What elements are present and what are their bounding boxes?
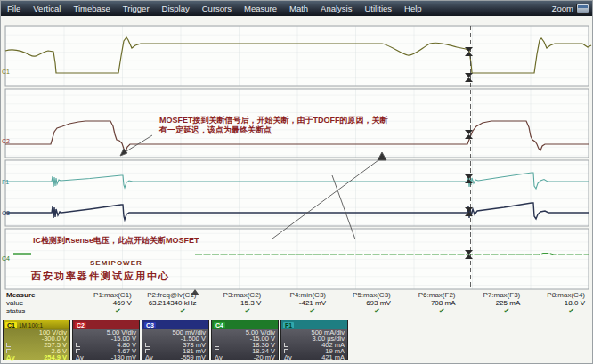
channel-box-c4[interactable]: C4 5.00 V/div -15.00 V 18.36 V 18.34 V Δ… — [211, 320, 279, 360]
measure-label: P5:max(C3) — [335, 291, 400, 299]
measure-value: 15.3 V — [206, 299, 271, 307]
measure-label: P7:max(F3) — [465, 291, 530, 299]
measure-value-label: value — [6, 299, 76, 307]
measure-value: 693 mV — [335, 299, 400, 307]
measure-value: 63.214340 kHz — [141, 299, 206, 307]
channel-label-c4: C4 — [2, 255, 10, 262]
measure-value: -421 mV — [270, 299, 335, 307]
measure-status-icon: ✔ — [206, 307, 271, 315]
measure-status-label: status — [6, 307, 76, 315]
measure-col-p4[interactable]: P4:min(C3) -421 mV ✔ — [270, 291, 335, 319]
measure-value: 225 mA — [465, 299, 530, 307]
measure-col-p7[interactable]: P7:max(F3) 225 mA ✔ — [465, 291, 530, 319]
channel-label-f1: F1 — [2, 179, 9, 185]
measure-status-icon: ✔ — [76, 307, 141, 315]
measure-col-p6[interactable]: P6:max(F2) 708 mA ✔ — [400, 291, 465, 319]
channel-descriptors: C1 1M 100:1 100 V/div -300.0 V 257.5 V 2… — [3, 320, 348, 360]
channel-label-c1: C1 — [2, 69, 10, 75]
channel-badge: C1 — [5, 322, 17, 328]
measure-label: P8:max(C4) — [529, 291, 593, 299]
measure-status-icon: ✔ — [270, 307, 335, 315]
delta-label: Δy — [145, 354, 153, 360]
measure-value: 18.0 V — [529, 299, 593, 307]
measure-label: P2:freq@lv(C1) — [141, 291, 206, 299]
channel-label-c3: C3 — [2, 210, 10, 216]
measure-title: Measure — [6, 291, 76, 299]
channel-box-c2[interactable]: C2 5.00 V/div -15.00 V 4.80 V 4.67 V Δy-… — [72, 320, 140, 360]
measure-row-labels: Measure value status — [1, 291, 76, 319]
measure-col-p1[interactable]: P1:max(C1) 469 V ✔ — [76, 291, 141, 319]
channel-coupling-note: 1M 100:1 — [19, 322, 43, 328]
annotation-line-1: MOSFET接到关断信号后，开始关断，由于TDOFF的原因，关断 — [159, 116, 388, 125]
cursor1-icon — [6, 343, 11, 347]
measure-status-icon: ✔ — [529, 307, 593, 315]
measure-status-icon: ✔ — [465, 307, 530, 315]
measure-col-p8[interactable]: P8:max(C4) 18.0 V ✔ — [529, 291, 593, 319]
measure-status-icon: ✔ — [335, 307, 400, 315]
measure-col-p2[interactable]: P2:freq@lv(C1) 63.214340 kHz ✔ — [141, 291, 206, 319]
oscilloscope-window: File Vertical Timebase Trigger Display C… — [0, 0, 593, 364]
cursor1-icon — [76, 343, 80, 347]
brand-label-cn: 西安功率器件测试应用中心 — [31, 270, 170, 283]
delta-value: 254.9 V — [44, 353, 67, 361]
channel-box-f1[interactable]: F1 500 mA/div 3.00 µs/div 402 mA -19 mA … — [280, 320, 348, 360]
cursor1-icon — [215, 343, 219, 347]
delta-value: -559 mV — [181, 353, 206, 361]
channel-badge: C3 — [144, 322, 156, 328]
measure-label: P6:max(F2) — [400, 291, 465, 299]
delta-label: Δy — [215, 354, 223, 360]
delta-value: 421 mA — [321, 353, 345, 361]
channel-badge: C2 — [75, 322, 86, 328]
annotation-turnoff-delay: MOSFET接到关断信号后，开始关断，由于TDOFF的原因，关断 有一定延迟，该… — [159, 116, 388, 135]
grid-section-3 — [5, 160, 589, 226]
cursor1-icon — [145, 343, 150, 347]
channel-label-c2: C2 — [2, 138, 10, 144]
annotation-line-2: 有一定延迟，该点为最终关断点 — [159, 125, 388, 135]
measure-status-icon: ✔ — [141, 307, 206, 315]
delta-value: -130 mV — [111, 353, 136, 361]
measure-label: P1:max(C1) — [76, 291, 141, 299]
annotation-rsense: IC检测到Rsense电压，此点开始关断MOSFET — [33, 235, 199, 247]
grid-section-1 — [5, 26, 589, 86]
delta-value: -20 mV — [254, 353, 275, 361]
measure-label: P3:max(C2) — [206, 291, 271, 299]
cursor1-icon — [284, 343, 288, 347]
measure-col-p3[interactable]: P3:max(C2) 15.3 V ✔ — [206, 291, 271, 319]
measure-col-p5[interactable]: P5:max(C3) 693 mV ✔ — [335, 291, 400, 319]
measure-label: P4:min(C3) — [270, 291, 335, 299]
brand-label: SEMIPOWER — [90, 259, 142, 267]
delta-label: Δy — [6, 354, 15, 360]
measure-value: 469 V — [76, 299, 141, 307]
channel-box-c3[interactable]: C3 500 mV/div -1.500 V 378 mV -181 mV Δy… — [142, 320, 209, 360]
delta-label: Δy — [76, 354, 84, 360]
measure-table: Measure value status P1:max(C1) 469 V ✔ … — [1, 291, 593, 319]
measure-value: 708 mA — [400, 299, 465, 307]
channel-badge: F1 — [283, 322, 294, 328]
channel-badge: C4 — [214, 322, 225, 328]
channel-box-c1[interactable]: C1 1M 100:1 100 V/div -300.0 V 257.5 V 2… — [3, 320, 70, 360]
delta-label: Δy — [284, 354, 292, 360]
measure-status-icon: ✔ — [400, 307, 465, 315]
